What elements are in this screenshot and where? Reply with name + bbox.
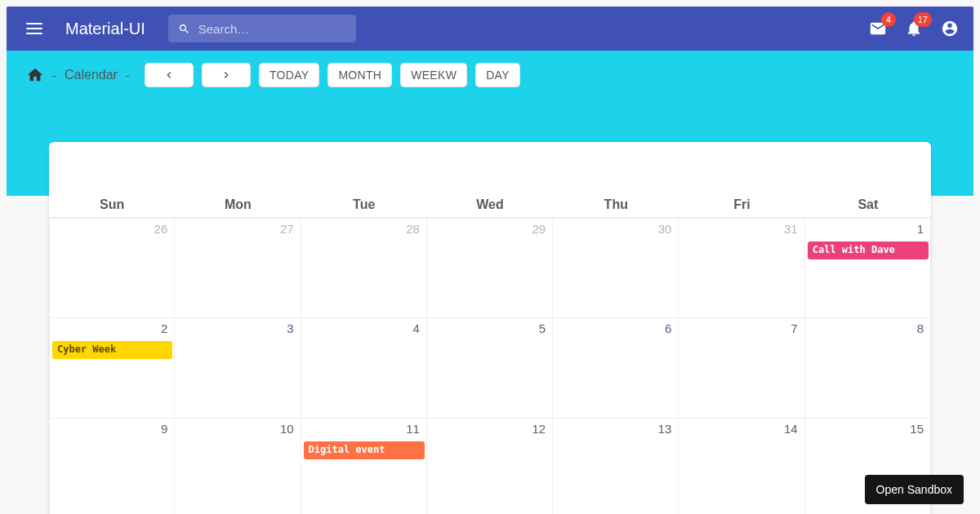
mail-badge: 4 xyxy=(881,12,896,27)
calendar-cell[interactable]: 2Cyber Week xyxy=(49,318,175,419)
open-sandbox-button[interactable]: Open Sandbox xyxy=(865,475,964,504)
calendar-cell[interactable]: 7 xyxy=(679,318,804,419)
date-number: 30 xyxy=(658,222,672,236)
date-number: 28 xyxy=(406,222,420,236)
prev-button[interactable] xyxy=(145,63,194,87)
day-header: Mon xyxy=(175,197,301,212)
date-number: 29 xyxy=(532,222,546,236)
date-number: 27 xyxy=(280,222,294,236)
calendar-cell[interactable]: 29 xyxy=(427,218,553,318)
calendar-cell[interactable]: 28 xyxy=(301,218,427,318)
date-number: 14 xyxy=(784,422,798,436)
calendar-cell[interactable]: 4 xyxy=(301,318,427,419)
notifications-badge: 17 xyxy=(914,12,932,27)
search-icon xyxy=(178,22,190,36)
today-button[interactable]: TODAY xyxy=(259,63,319,87)
menu-icon[interactable] xyxy=(21,18,47,39)
calendar-cell[interactable]: 13 xyxy=(553,419,679,514)
month-button[interactable]: MONTH xyxy=(327,63,392,87)
date-number: 4 xyxy=(413,321,420,335)
calendar-cell[interactable]: 6 xyxy=(553,318,679,419)
search-input[interactable] xyxy=(198,22,346,36)
chevron-left-icon xyxy=(163,69,176,82)
account-icon xyxy=(941,20,959,38)
day-header: Fri xyxy=(679,197,804,212)
day-header: Wed xyxy=(427,197,553,212)
date-number: 3 xyxy=(287,321,293,335)
calendar-cell[interactable]: 31 xyxy=(679,218,804,318)
calendar-cell[interactable]: 11Digital event xyxy=(301,419,427,514)
next-button[interactable] xyxy=(202,63,251,87)
appbar: Material-UI 4 17 xyxy=(7,7,973,51)
calendar-cell[interactable]: 3 xyxy=(175,318,301,419)
notifications-button[interactable]: 17 xyxy=(905,20,923,38)
breadcrumb-label[interactable]: Calendar xyxy=(65,68,118,82)
date-number: 26 xyxy=(154,222,168,236)
calendar-event[interactable]: Digital event xyxy=(304,441,425,459)
date-number: 11 xyxy=(406,422,420,436)
breadcrumb-sep: - xyxy=(52,69,56,82)
calendar-cell[interactable]: 9 xyxy=(49,419,175,514)
date-number: 8 xyxy=(917,321,924,335)
calendar-cell[interactable]: 14 xyxy=(679,419,804,514)
search-box[interactable] xyxy=(168,15,356,42)
date-number: 7 xyxy=(791,321,797,335)
week-button[interactable]: WEEKW xyxy=(400,63,467,87)
calendar-cell[interactable]: 1Call with Dave xyxy=(805,218,931,318)
date-number: 13 xyxy=(658,422,672,436)
day-header: Sat xyxy=(805,197,931,212)
calendar-cell[interactable]: 27 xyxy=(175,218,301,318)
chevron-right-icon xyxy=(220,69,233,82)
toolbar: - Calendar - TODAY MONTH WEEKW DAY xyxy=(7,51,973,87)
calendar-card: SunMonTueWedThuFriSat 2627282930311Call … xyxy=(49,142,931,514)
calendar-cell[interactable]: 8 xyxy=(805,318,931,419)
day-header: Thu xyxy=(553,197,679,212)
breadcrumb-sep: - xyxy=(126,69,130,82)
calendar-cell[interactable]: 5 xyxy=(427,318,553,419)
date-number: 12 xyxy=(532,422,546,436)
calendar-day-header: SunMonTueWedThuFriSat xyxy=(49,197,931,218)
day-header: Sun xyxy=(49,197,175,212)
calendar-event[interactable]: Cyber Week xyxy=(52,341,172,359)
day-button[interactable]: DAY xyxy=(475,63,520,87)
date-number: 5 xyxy=(539,321,546,335)
date-number: 15 xyxy=(910,422,924,436)
date-number: 6 xyxy=(665,321,671,335)
calendar-cell[interactable]: 30 xyxy=(553,218,679,318)
brand-title: Material-UI xyxy=(65,20,145,38)
mail-button[interactable]: 4 xyxy=(869,20,887,38)
date-number: 9 xyxy=(161,422,167,436)
date-number: 31 xyxy=(784,222,798,236)
calendar-cell[interactable]: 26 xyxy=(49,218,175,318)
calendar-grid: 2627282930311Call with Dave2Cyber Week34… xyxy=(49,218,931,514)
date-number: 10 xyxy=(280,422,294,436)
calendar-event[interactable]: Call with Dave xyxy=(808,241,929,259)
date-number: 2 xyxy=(161,321,167,335)
account-button[interactable] xyxy=(941,20,959,38)
calendar-cell[interactable]: 10 xyxy=(175,419,301,514)
date-number: 1 xyxy=(917,222,924,236)
day-header: Tue xyxy=(301,197,427,212)
home-icon[interactable] xyxy=(26,66,44,84)
calendar-cell[interactable]: 12 xyxy=(427,419,553,514)
